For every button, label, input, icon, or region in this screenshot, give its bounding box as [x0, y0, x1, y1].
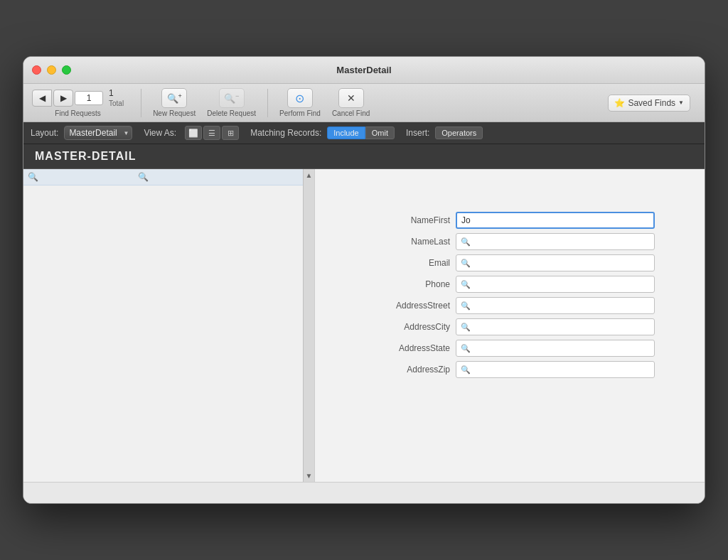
new-request-action[interactable]: 🔍+ New Request	[147, 88, 201, 117]
field-label-addressstreet: AddressStreet	[365, 301, 450, 311]
search-field-icon: 🔍	[461, 259, 471, 268]
saved-finds-button[interactable]: ⭐ Saved Finds ▼	[608, 95, 690, 112]
maximize-button[interactable]	[62, 65, 71, 75]
saved-finds-icon: ⭐	[614, 98, 625, 108]
form-row: AddressStreet🔍	[365, 297, 655, 314]
omit-button[interactable]: Omit	[365, 126, 395, 139]
new-request-icon: 🔍+	[167, 92, 182, 104]
layout-label: Layout:	[31, 128, 58, 138]
delete-request-button[interactable]: 🔍−	[219, 88, 245, 108]
saved-finds-chevron-icon: ▼	[678, 99, 684, 106]
page-title: MASTER-DETAIL	[35, 150, 693, 163]
view-btn-group: ⬜ ☰ ⊞	[185, 126, 239, 140]
separator-2	[267, 89, 268, 117]
matching-segment-group: Include Omit	[327, 126, 395, 139]
main-window: MasterDetail ◀ ▶ 1 1 Total Find Requests…	[23, 56, 705, 504]
saved-finds-action[interactable]: ⭐ Saved Finds ▼	[602, 95, 696, 112]
right-panel: NameFirstNameLast🔍Email🔍Phone🔍AddressStr…	[315, 169, 705, 482]
left-panel: 🔍 🔍 ▲ ▼	[23, 169, 315, 482]
form-area: NameFirstNameLast🔍Email🔍Phone🔍AddressStr…	[365, 212, 655, 378]
layout-select-wrap: MasterDetail	[64, 126, 132, 140]
field-search-addressstreet[interactable]: 🔍	[456, 297, 655, 314]
left-panel-header: 🔍 🔍	[23, 169, 314, 185]
scroll-up-arrow[interactable]: ▲	[304, 169, 315, 181]
cancel-find-label: Cancel Find	[332, 109, 370, 117]
left-search-icon-2: 🔍	[138, 172, 149, 182]
new-request-label: New Request	[153, 109, 196, 117]
form-row: AddressState🔍	[365, 340, 655, 357]
separator-1	[141, 89, 141, 117]
form-row: Email🔍	[365, 254, 655, 271]
toolbar: ◀ ▶ 1 1 Total Find Requests 🔍+ New Reque…	[23, 84, 705, 122]
search-field-icon: 🔍	[461, 301, 471, 311]
find-requests-group: ◀ ▶ 1 1 Total Find Requests	[32, 88, 124, 117]
form-row: AddressZip🔍	[365, 361, 655, 378]
nav-forward-button[interactable]: ▶	[53, 90, 73, 107]
field-search-namelast[interactable]: 🔍	[456, 233, 655, 250]
delete-request-label: Delete Request	[207, 109, 256, 117]
header-bar: MASTER-DETAIL	[23, 144, 705, 169]
field-search-addressstate[interactable]: 🔍	[456, 340, 655, 357]
window-title: MasterDetail	[336, 65, 391, 75]
perform-find-action[interactable]: ⊙ Perform Find	[274, 88, 326, 117]
view-form-button[interactable]: ⬜	[185, 126, 202, 140]
nav-back-button[interactable]: ◀	[32, 90, 52, 107]
operators-button[interactable]: Operators	[435, 126, 483, 139]
form-row: Phone🔍	[365, 276, 655, 293]
saved-finds-label: Saved Finds	[628, 98, 675, 108]
delete-request-action[interactable]: 🔍− Delete Request	[201, 88, 262, 117]
search-field-icon: 🔍	[461, 280, 471, 289]
close-button[interactable]	[32, 65, 41, 75]
find-requests-label: Find Requests	[55, 109, 100, 117]
layout-select[interactable]: MasterDetail	[64, 126, 132, 140]
perform-find-label: Perform Find	[279, 109, 321, 117]
include-button[interactable]: Include	[327, 126, 365, 139]
perform-find-button[interactable]: ⊙	[287, 88, 313, 108]
delete-request-icon: 🔍−	[224, 92, 239, 104]
left-search-icon-1: 🔍	[28, 172, 38, 182]
field-label-namelast: NameLast	[365, 237, 450, 247]
field-label-addresszip: AddressZip	[365, 365, 450, 375]
find-total: 1 Total	[109, 88, 124, 108]
field-label-namefirst: NameFirst	[365, 215, 450, 225]
find-count-input[interactable]: 1	[75, 91, 103, 105]
new-request-button[interactable]: 🔍+	[161, 88, 187, 108]
cancel-find-action[interactable]: ✕ Cancel Find	[326, 88, 375, 117]
form-row: NameFirst	[365, 212, 655, 229]
scroll-down-arrow[interactable]: ▼	[304, 470, 315, 482]
search-field-icon: 🔍	[461, 365, 471, 375]
field-search-email[interactable]: 🔍	[456, 254, 655, 271]
form-row: NameLast🔍	[365, 233, 655, 250]
view-list-button[interactable]: ☰	[203, 126, 220, 140]
cancel-find-button[interactable]: ✕	[338, 88, 364, 108]
search-field-icon: 🔍	[461, 344, 471, 353]
field-label-addresscity: AddressCity	[365, 322, 450, 332]
titlebar: MasterDetail	[23, 57, 705, 84]
search-field-icon: 🔍	[461, 323, 471, 332]
field-label-phone: Phone	[365, 279, 450, 289]
view-as-label: View As:	[144, 128, 176, 138]
bottom-bar	[23, 482, 705, 503]
field-input-namefirst[interactable]	[456, 212, 655, 229]
content-area: 🔍 🔍 ▲ ▼ NameFirstNameLast🔍Email🔍Phone🔍Ad…	[23, 169, 705, 482]
field-search-addresscity[interactable]: 🔍	[456, 318, 655, 335]
minimize-button[interactable]	[47, 65, 56, 75]
matching-label: Matching Records:	[250, 128, 321, 138]
field-search-phone[interactable]: 🔍	[456, 276, 655, 293]
form-row: AddressCity🔍	[365, 318, 655, 335]
layout-bar: Layout: MasterDetail View As: ⬜ ☰ ⊞ Matc…	[23, 122, 705, 144]
scrollbar[interactable]: ▲ ▼	[303, 169, 314, 482]
window-controls	[32, 65, 71, 75]
view-table-button[interactable]: ⊞	[222, 126, 239, 140]
field-label-email: Email	[365, 258, 450, 268]
field-label-addressstate: AddressState	[365, 343, 450, 353]
field-search-addresszip[interactable]: 🔍	[456, 361, 655, 378]
search-field-icon: 🔍	[461, 237, 471, 247]
left-panel-body	[23, 185, 314, 482]
insert-label: Insert:	[406, 128, 429, 138]
